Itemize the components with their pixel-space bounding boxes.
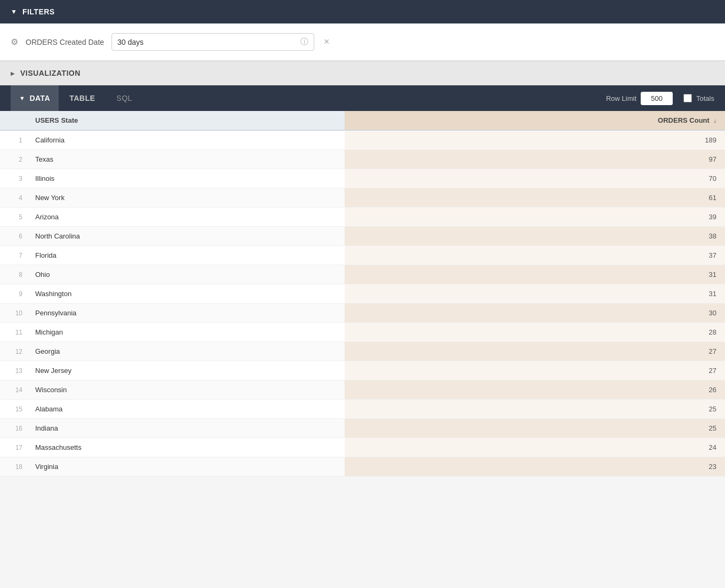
row-count: 23: [345, 457, 725, 476]
visualization-title: VISUALIZATION: [20, 69, 81, 77]
totals-wrap: Totals: [683, 94, 714, 102]
row-count: 61: [345, 188, 725, 208]
row-count: 38: [345, 227, 725, 246]
filter-clear-button[interactable]: ×: [324, 36, 330, 47]
row-limit-wrap: Row Limit: [606, 92, 673, 105]
row-index: 1: [0, 130, 27, 150]
filter-label: ORDERS Created Date: [26, 38, 104, 46]
row-state: Ohio: [27, 265, 345, 284]
row-limit-label: Row Limit: [606, 94, 636, 102]
row-count: 31: [345, 265, 725, 284]
row-count: 25: [345, 419, 725, 438]
table-row: 7Florida37: [0, 246, 725, 265]
tab-sql[interactable]: SQL: [106, 85, 143, 111]
row-count: 189: [345, 130, 725, 150]
row-index: 5: [0, 208, 27, 227]
table-row: 11Michigan28: [0, 323, 725, 342]
row-count: 30: [345, 304, 725, 323]
row-count: 26: [345, 380, 725, 400]
col-header-index: [0, 111, 27, 130]
col-header-state[interactable]: USERS State: [27, 111, 345, 130]
filters-collapse-arrow: ▼: [11, 8, 17, 15]
row-index: 17: [0, 438, 27, 457]
table-row: 15Alabama25: [0, 400, 725, 419]
table-row: 9Washington31: [0, 284, 725, 304]
table-row: 12Georgia27: [0, 342, 725, 361]
table-row: 8Ohio31: [0, 265, 725, 284]
row-state: Pennsylvania: [27, 304, 345, 323]
row-index: 11: [0, 323, 27, 342]
table-row: 2Texas97: [0, 150, 725, 169]
tab-table[interactable]: TABLE: [59, 85, 106, 111]
row-count: 70: [345, 169, 725, 188]
row-state: California: [27, 130, 345, 150]
table-row: 14Wisconsin26: [0, 380, 725, 400]
row-count: 27: [345, 342, 725, 361]
row-index: 7: [0, 246, 27, 265]
row-index: 16: [0, 419, 27, 438]
row-index: 12: [0, 342, 27, 361]
row-state: North Carolina: [27, 227, 345, 246]
filters-header[interactable]: ▼ FILTERS: [0, 0, 725, 23]
row-state: Massachusetts: [27, 438, 345, 457]
tab-sql-label: SQL: [116, 94, 132, 102]
filter-help-icon[interactable]: ⓘ: [300, 37, 308, 47]
row-index: 9: [0, 284, 27, 304]
row-count: 37: [345, 246, 725, 265]
filters-title: FILTERS: [22, 7, 55, 16]
row-state: Florida: [27, 246, 345, 265]
totals-checkbox[interactable]: [683, 94, 692, 102]
row-index: 2: [0, 150, 27, 169]
row-state: New York: [27, 188, 345, 208]
row-count: 24: [345, 438, 725, 457]
table-row: 5Arizona39: [0, 208, 725, 227]
row-state: Michigan: [27, 323, 345, 342]
visualization-collapse-arrow: ▶: [11, 70, 15, 76]
totals-label: Totals: [696, 94, 714, 102]
filter-input-wrap: ⓘ: [111, 33, 314, 51]
row-count: 27: [345, 361, 725, 380]
data-header: ▼ DATA TABLE SQL Row Limit Totals: [0, 85, 725, 111]
row-index: 4: [0, 188, 27, 208]
row-index: 10: [0, 304, 27, 323]
table-row: 4New York61: [0, 188, 725, 208]
table-row: 1California189: [0, 130, 725, 150]
data-table-wrap: USERS State ORDERS Count ↓ 1California18…: [0, 111, 725, 476]
table-body: 1California1892Texas973Illinois704New Yo…: [0, 130, 725, 476]
row-state: Texas: [27, 150, 345, 169]
row-state: Indiana: [27, 419, 345, 438]
row-count: 25: [345, 400, 725, 419]
row-state: Virginia: [27, 457, 345, 476]
data-table: USERS State ORDERS Count ↓ 1California18…: [0, 111, 725, 476]
row-index: 14: [0, 380, 27, 400]
visualization-header[interactable]: ▶ VISUALIZATION: [0, 61, 725, 85]
table-row: 16Indiana25: [0, 419, 725, 438]
tab-table-label: TABLE: [69, 94, 95, 102]
row-state: Arizona: [27, 208, 345, 227]
table-row: 13New Jersey27: [0, 361, 725, 380]
row-state: Georgia: [27, 342, 345, 361]
table-row: 3Illinois70: [0, 169, 725, 188]
row-state: Alabama: [27, 400, 345, 419]
row-state: Illinois: [27, 169, 345, 188]
filter-gear-icon[interactable]: ⚙: [11, 37, 18, 47]
row-limit-input[interactable]: [641, 92, 673, 105]
row-index: 13: [0, 361, 27, 380]
col-header-orders[interactable]: ORDERS Count ↓: [345, 111, 725, 130]
row-state: Wisconsin: [27, 380, 345, 400]
row-index: 8: [0, 265, 27, 284]
sort-arrow-icon: ↓: [714, 117, 717, 124]
row-index: 3: [0, 169, 27, 188]
table-row: 17Massachusetts24: [0, 438, 725, 457]
row-count: 97: [345, 150, 725, 169]
tab-data[interactable]: ▼ DATA: [11, 85, 59, 111]
row-count: 31: [345, 284, 725, 304]
table-row: 10Pennsylvania30: [0, 304, 725, 323]
filters-body: ⚙ ORDERS Created Date ⓘ ×: [0, 23, 725, 61]
filter-date-input[interactable]: [117, 38, 297, 46]
row-index: 18: [0, 457, 27, 476]
row-state: New Jersey: [27, 361, 345, 380]
tab-data-label: DATA: [29, 94, 50, 102]
table-row: 6North Carolina38: [0, 227, 725, 246]
row-count: 28: [345, 323, 725, 342]
